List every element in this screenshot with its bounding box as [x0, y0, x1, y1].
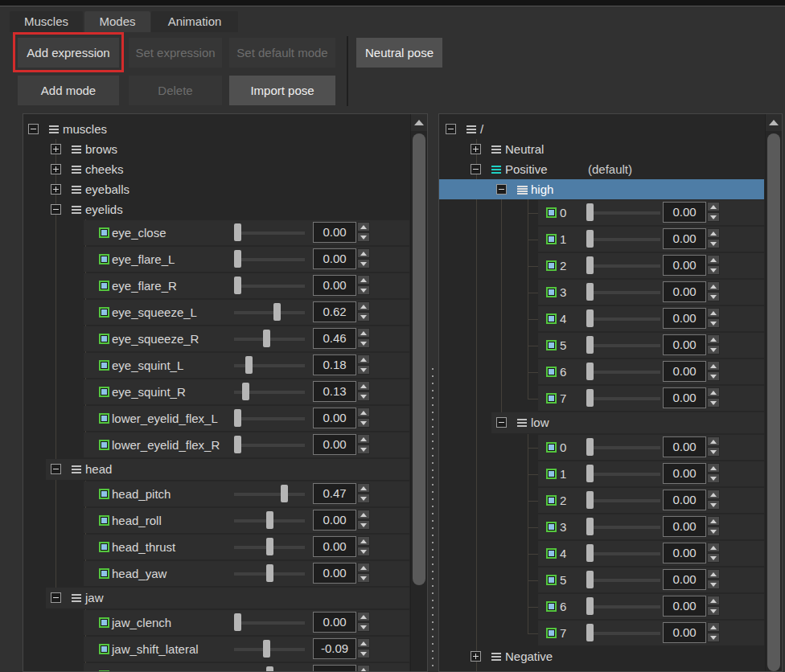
slider-track[interactable]: [586, 211, 660, 215]
spin-up-button[interactable]: [707, 543, 720, 552]
spin-down-button[interactable]: [707, 292, 720, 301]
value-field[interactable]: 0.00: [663, 281, 706, 302]
tree-leaf-row-3[interactable]: 30.00: [439, 279, 765, 305]
hamburger-icon[interactable]: [72, 166, 81, 174]
spin-up-button[interactable]: [707, 281, 720, 291]
spin-up-button[interactable]: [357, 638, 370, 648]
value-field[interactable]: 0.00: [313, 612, 356, 633]
tree-leaf-row-6[interactable]: 60.00: [439, 593, 765, 620]
spin-down-button[interactable]: [357, 649, 370, 658]
value-field[interactable]: 0.00: [313, 563, 356, 584]
value-field[interactable]: 0.47: [313, 483, 356, 504]
slider-track[interactable]: [586, 552, 660, 555]
slider-track[interactable]: [586, 526, 660, 529]
slider-track[interactable]: [586, 238, 660, 241]
hamburger-icon[interactable]: [517, 419, 527, 427]
spin-up-button[interactable]: [707, 255, 720, 264]
hamburger-icon[interactable]: [72, 206, 81, 214]
spin-up-button[interactable]: [357, 248, 370, 258]
expand-toggle-icon[interactable]: [51, 164, 61, 174]
spin-up-button[interactable]: [707, 308, 720, 318]
spin-up-button[interactable]: [357, 483, 370, 493]
channel-checkbox-icon[interactable]: [546, 522, 557, 532]
spin-up-button[interactable]: [357, 536, 370, 546]
slider-handle[interactable]: [586, 438, 594, 456]
slider-handle[interactable]: [273, 303, 281, 321]
panel-splitter-handle[interactable]: [432, 368, 434, 669]
spin-down-button[interactable]: [357, 365, 370, 375]
tree-group-row-muscles[interactable]: muscles: [23, 119, 410, 139]
tree-leaf-row-5[interactable]: 50.00: [439, 332, 765, 359]
collapse-toggle-icon[interactable]: [51, 592, 61, 603]
slider-track[interactable]: [234, 258, 305, 261]
tree-leaf-row-eye-close[interactable]: eye_close0.00: [23, 219, 410, 246]
channel-checkbox-icon[interactable]: [99, 515, 109, 526]
spin-down-button[interactable]: [357, 312, 370, 322]
spin-up-button[interactable]: [707, 361, 720, 371]
tree-leaf-row-eye-flare-l[interactable]: eye_flare_L0.00: [23, 246, 410, 272]
slider-handle[interactable]: [586, 389, 594, 407]
value-field[interactable]: 0.13: [313, 381, 356, 402]
value-field[interactable]: 0.00: [313, 248, 356, 269]
spin-up-button[interactable]: [357, 408, 370, 417]
collapse-toggle-icon[interactable]: [28, 124, 39, 134]
tree-group-row-high[interactable]: high: [439, 179, 765, 199]
value-field[interactable]: 0.00: [663, 387, 706, 408]
tree-leaf-row-5[interactable]: 50.00: [439, 567, 765, 593]
slider-handle[interactable]: [234, 277, 241, 294]
slider-handle[interactable]: [245, 356, 253, 374]
spin-up-button[interactable]: [707, 490, 720, 499]
tree-leaf-row-eye-flare-r[interactable]: eye_flare_R0.00: [23, 272, 410, 299]
tree-leaf-row-eye-squint-l[interactable]: eye_squint_L0.18: [23, 352, 410, 379]
slider-track[interactable]: [586, 344, 660, 347]
collapse-toggle-icon[interactable]: [51, 464, 61, 474]
channel-checkbox-icon[interactable]: [546, 260, 557, 271]
right-scrollbar-up-button[interactable]: [766, 114, 782, 131]
spin-down-button[interactable]: [357, 391, 370, 401]
tree-group-row-low[interactable]: low: [439, 412, 765, 434]
channel-checkbox-icon[interactable]: [546, 287, 557, 297]
tree-leaf-row-7[interactable]: 70.00: [439, 385, 765, 412]
tree-leaf-row-2[interactable]: 20.00: [439, 252, 765, 279]
slider-track[interactable]: [586, 291, 660, 294]
channel-checkbox-icon[interactable]: [99, 644, 109, 654]
spin-down-button[interactable]: [707, 318, 720, 328]
expand-toggle-icon[interactable]: [51, 144, 61, 154]
expand-toggle-icon[interactable]: [471, 144, 481, 154]
spin-down-button[interactable]: [707, 553, 720, 563]
value-field[interactable]: 0.00: [663, 543, 706, 563]
slider-handle[interactable]: [234, 613, 241, 631]
value-field[interactable]: 0.00: [313, 222, 356, 243]
spin-up-button[interactable]: [357, 222, 370, 232]
spin-down-button[interactable]: [707, 500, 720, 510]
channel-checkbox-icon[interactable]: [546, 548, 557, 559]
spin-down-button[interactable]: [707, 212, 720, 222]
slider-track[interactable]: [586, 264, 660, 268]
value-field[interactable]: 0.00: [313, 408, 356, 428]
value-field[interactable]: 0.00: [663, 308, 706, 329]
set-expression-button[interactable]: Set expression: [129, 38, 222, 68]
value-field[interactable]: 0.00: [663, 202, 706, 223]
slider-handle[interactable]: [281, 485, 288, 502]
hamburger-icon[interactable]: [491, 653, 501, 661]
channel-checkbox-icon[interactable]: [546, 469, 557, 479]
slider-track[interactable]: [234, 285, 305, 288]
spin-down-button[interactable]: [707, 345, 720, 354]
spin-down-button[interactable]: [707, 473, 720, 483]
hamburger-icon[interactable]: [466, 125, 476, 133]
spin-up-button[interactable]: [357, 612, 370, 621]
channel-checkbox-icon[interactable]: [546, 393, 557, 404]
spin-down-button[interactable]: [357, 418, 370, 428]
tree-leaf-row-jaw-clench[interactable]: jaw_clench0.00: [23, 609, 410, 636]
left-scrollbar-up-button[interactable]: [411, 114, 427, 131]
value-field[interactable]: 0.00: [663, 622, 706, 643]
tree-group-row-jaw[interactable]: jaw: [23, 587, 410, 609]
slider-track[interactable]: [586, 397, 660, 400]
slider-handle[interactable]: [266, 511, 273, 529]
tree-group-row-positive[interactable]: Positive(default): [439, 159, 765, 179]
hamburger-icon[interactable]: [72, 594, 81, 602]
spin-down-button[interactable]: [707, 606, 720, 616]
expand-toggle-icon[interactable]: [471, 651, 481, 662]
value-field[interactable]: 0.00: [663, 255, 706, 276]
tab-animation[interactable]: Animation: [151, 11, 238, 32]
